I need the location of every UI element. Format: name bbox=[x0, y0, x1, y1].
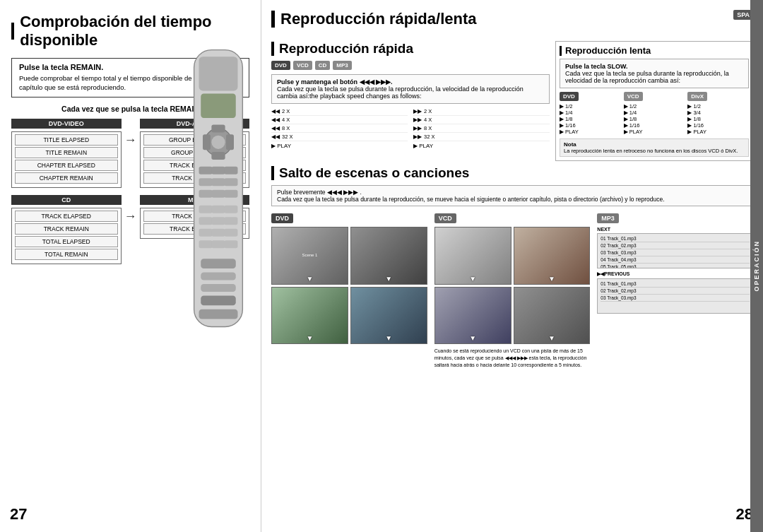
lenta-title: Reproducción lenta bbox=[560, 45, 749, 56]
salto-instruction-bold: Pulse brevemente ◀◀◀ ▶▶▶ . bbox=[277, 189, 362, 196]
svg-rect-1 bbox=[199, 57, 238, 90]
svg-rect-30 bbox=[201, 259, 236, 268]
mp3-prev-file-list: 01 Track_01.mp3 02 Track_02.mp3 03 Track… bbox=[597, 278, 753, 314]
svg-rect-19 bbox=[211, 206, 225, 213]
salto-content: DVD Scene 1 ▼ ▼ ▼ ▼ bbox=[271, 211, 753, 369]
arrow-connector-2: → bbox=[124, 209, 137, 224]
lenta-instruction-bold: Pulse la tecla SLOW. bbox=[565, 63, 628, 70]
list-item: TRACK ELAPSED bbox=[15, 211, 118, 222]
svg-rect-15 bbox=[199, 190, 213, 198]
svg-rect-34 bbox=[199, 309, 238, 319]
speed-row: ▶▶8 X bbox=[413, 124, 550, 133]
operacion-label: OPERACIÓN bbox=[753, 240, 760, 292]
cd-badge: CD bbox=[315, 61, 331, 70]
speed-row: ◀◀4 X bbox=[271, 116, 408, 124]
thumb-arrow: ▼ bbox=[469, 334, 476, 342]
list-item: TITLE ELAPSED bbox=[15, 134, 118, 146]
dvd-video-items: TITLE ELAPSED TITLE REMAIN CHAPTER ELAPS… bbox=[11, 131, 122, 188]
lenta-dvd-col: DVD ▶ 1/2▶ 1/4▶ 1/8▶ 1/16▶ PLAY bbox=[560, 92, 621, 135]
svg-rect-7 bbox=[211, 125, 225, 133]
list-item: 01 Track_01.mp3 bbox=[601, 280, 750, 288]
operacion-bar: OPERACIÓN bbox=[750, 0, 763, 532]
svg-rect-16 bbox=[211, 190, 225, 198]
svg-rect-21 bbox=[199, 217, 213, 225]
list-item: CHAPTER ELAPSED bbox=[15, 160, 118, 171]
list-item: 02 Track_02.mp3 bbox=[601, 288, 750, 295]
list-item: 01 Track_01.mp3 bbox=[601, 235, 750, 242]
rapida-badges: DVD VCD CD MP3 bbox=[271, 61, 550, 70]
dvd-thumbnail-grid: Scene 1 ▼ ▼ ▼ ▼ bbox=[271, 227, 427, 344]
lenta-dvd-badge: DVD bbox=[560, 92, 579, 101]
salto-sub-text: Cada vez que la tecla se pulsa durante l… bbox=[277, 196, 665, 203]
play-row: ▶ PLAY bbox=[271, 141, 408, 150]
lenta-grid: DVD ▶ 1/2▶ 1/4▶ 1/8▶ 1/16▶ PLAY VCD ▶ 1/… bbox=[560, 92, 749, 135]
right-panel: SPA Reproducción rápida/lenta Reproducci… bbox=[261, 0, 763, 532]
svg-rect-23 bbox=[224, 217, 237, 225]
cd-label: CD bbox=[11, 195, 122, 205]
svg-rect-10 bbox=[211, 167, 225, 175]
rapida-title: Reproducción rápida bbox=[271, 41, 550, 57]
svg-rect-8 bbox=[211, 152, 225, 160]
rapida-section: Reproducción rápida DVD VCD CD MP3 Pulse… bbox=[271, 41, 550, 161]
salto-vcd-col: VCD ▼ ▼ ▼ ▼ Cuando se está reproducien bbox=[434, 211, 591, 369]
next-label: NEXT bbox=[597, 227, 753, 232]
nota-title: Nota bbox=[564, 141, 576, 148]
salto-section: Salto de escenas o canciones Pulse breve… bbox=[271, 165, 753, 522]
speed-row: ▶▶4 X bbox=[413, 116, 550, 124]
svg-rect-22 bbox=[211, 217, 225, 225]
speed-col-right: ▶▶2 X ▶▶4 X ▶▶8 X ▶▶32 X ▶ PLAY bbox=[413, 107, 550, 150]
thumbnail: ▼ bbox=[514, 227, 591, 285]
svg-rect-14 bbox=[224, 178, 237, 186]
salto-instruction: Pulse brevemente ◀◀◀ ▶▶▶ . Cada vez que … bbox=[271, 185, 753, 206]
thumbnail: ▼ bbox=[350, 287, 427, 345]
thumbnail: ▼ bbox=[271, 287, 348, 345]
lenta-dvd-speeds: ▶ 1/2▶ 1/4▶ 1/8▶ 1/16▶ PLAY bbox=[560, 103, 621, 135]
rapida-instruction-bold: Pulse y mantenga el botón ◀◀◀ ▶▶▶. bbox=[277, 78, 393, 85]
salto-note: Cuando se está reproduciendo un VCD con … bbox=[434, 348, 591, 368]
thumb-arrow: ▼ bbox=[548, 275, 555, 283]
list-item: 04 Track_04.mp3 bbox=[601, 256, 750, 264]
thumbnail: ▼ bbox=[434, 287, 511, 345]
svg-rect-18 bbox=[199, 206, 213, 213]
dvd-badge: DVD bbox=[271, 61, 290, 70]
list-item: CHAPTER REMAIN bbox=[15, 172, 118, 184]
lenta-divx-col: DivX ▶ 1/2▶ 3/4▶ 1/8▶ 1/16▶ PLAY bbox=[687, 92, 749, 135]
list-item: TOTAL ELAPSED bbox=[15, 236, 118, 247]
salto-dvd-badge: DVD bbox=[271, 213, 293, 223]
lenta-section: Reproducción lenta Pulse la tecla SLOW. … bbox=[555, 41, 753, 161]
lenta-vcd-col: VCD ▶ 1/2▶ 1/4▶ 1/8▶ 1/16▶ PLAY bbox=[624, 92, 685, 135]
previous-label: ▶◀PREVIOUS bbox=[597, 271, 753, 277]
nota-text: La reproducción lenta en retroceso no fu… bbox=[564, 148, 738, 154]
svg-rect-29 bbox=[224, 240, 237, 248]
svg-rect-25 bbox=[211, 229, 225, 237]
remote-control bbox=[172, 35, 264, 346]
vcd-badge: VCD bbox=[293, 61, 312, 70]
mp3-file-list: 01 Track_01.mp3 02 Track_02.mp3 03 Track… bbox=[597, 233, 753, 268]
thumbnail: ▼ bbox=[434, 227, 511, 285]
salto-mp3-col: MP3 NEXT 01 Track_01.mp3 02 Track_02.mp3… bbox=[597, 211, 753, 369]
thumb-arrow: ▼ bbox=[385, 334, 392, 342]
list-item: TRACK REMAIN bbox=[15, 223, 118, 235]
list-item: TOTAL REMAIN bbox=[15, 249, 118, 260]
dvd-video-label: DVD-VIDEO bbox=[11, 119, 122, 129]
svg-rect-9 bbox=[199, 167, 213, 175]
lenta-vcd-badge: VCD bbox=[624, 92, 643, 101]
list-item: TITLE REMAIN bbox=[15, 147, 118, 158]
salto-vcd-badge: VCD bbox=[434, 213, 456, 223]
speed-grid: ◀◀2 X ◀◀4 X ◀◀8 X ◀◀32 X ▶ PLAY ▶▶2 X ▶▶… bbox=[271, 107, 550, 150]
thumb-arrow: ▼ bbox=[469, 275, 476, 283]
lenta-box: Reproducción lenta Pulse la tecla SLOW. … bbox=[555, 41, 753, 161]
svg-rect-17 bbox=[224, 190, 237, 198]
play-row-right: ▶ PLAY bbox=[413, 141, 550, 150]
rapida-sub-text: Cada vez que la tecla se pulsa durante l… bbox=[277, 85, 524, 100]
svg-rect-27 bbox=[199, 240, 213, 248]
list-item: 02 Track_02.mp3 bbox=[601, 242, 750, 249]
salto-mp3-badge: MP3 bbox=[597, 213, 619, 223]
svg-rect-32 bbox=[201, 284, 236, 292]
salto-title: Salto de escenas o canciones bbox=[271, 165, 753, 181]
lenta-vcd-speeds: ▶ 1/2▶ 1/4▶ 1/8▶ 1/16▶ PLAY bbox=[624, 103, 685, 135]
salto-dvd-col: DVD Scene 1 ▼ ▼ ▼ ▼ bbox=[271, 211, 427, 369]
svg-rect-12 bbox=[199, 178, 213, 186]
right-top-area: Reproducción rápida DVD VCD CD MP3 Pulse… bbox=[271, 41, 753, 161]
speed-row: ▶▶32 X bbox=[413, 133, 550, 141]
